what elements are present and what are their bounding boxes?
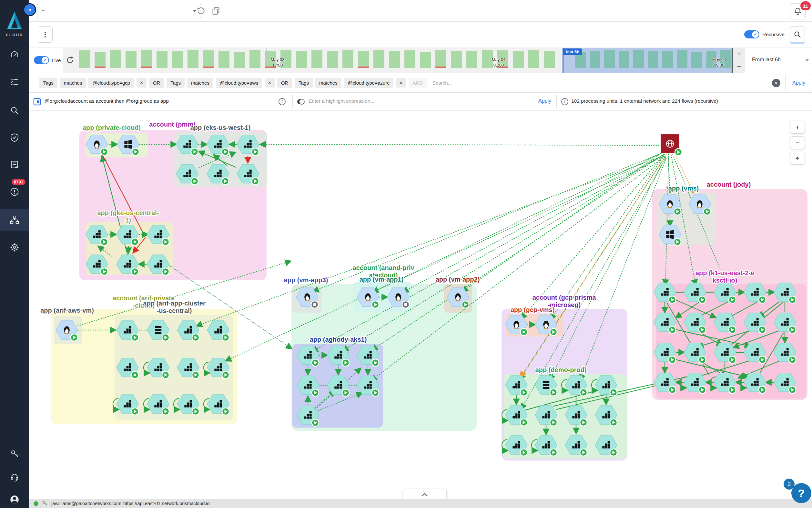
- chevron-up-icon: [421, 493, 428, 497]
- canvas-zoom-in-button[interactable]: +: [790, 121, 805, 134]
- flow-edge: [260, 144, 659, 145]
- group-label-account-jody[interactable]: account (jody): [707, 181, 751, 188]
- group-label-account-gcp-prisma-microseg[interactable]: account (gcp-prisma: [532, 294, 596, 301]
- status-user-email: jawilliams@paloaltonetworks.com: [51, 501, 122, 506]
- prisma-cloud-logo: [6, 11, 23, 31]
- group-label-app-eks-us-west-1[interactable]: app (eks-us-west-1): [190, 124, 251, 131]
- checklist-icon: [10, 78, 19, 87]
- sidebar-expand-button[interactable]: »: [23, 3, 36, 16]
- group-label-app-arif-aws-vm[interactable]: app (arif-aws-vm): [40, 307, 94, 314]
- sidebar-item-policies[interactable]: [0, 78, 29, 87]
- group-label-app-gke-us-central-1[interactable]: 1): [125, 217, 131, 224]
- status-api-url: https://api.east-01.network.prismacloud.…: [123, 501, 210, 506]
- stack-icon: [155, 326, 162, 334]
- sidebar-item-compliance[interactable]: [0, 133, 29, 142]
- network-topology-icon: [10, 215, 19, 225]
- gear-icon: [10, 243, 19, 252]
- group-label-app-k1-us-east-2-e-ksctl-io[interactable]: app (k1-us-east-2-e: [696, 269, 754, 277]
- sidebar-item-settings[interactable]: [0, 243, 29, 252]
- flow-edge: [373, 153, 663, 292]
- sidebar-item-dashboard[interactable]: [0, 50, 29, 59]
- group-label-app-gke-us-central-1[interactable]: app (gke-us-central-: [97, 209, 159, 216]
- group-label-app-demo-prod[interactable]: app (demo-prod): [535, 366, 587, 373]
- brand-name: CLOUD: [0, 33, 29, 37]
- flow-edge: [403, 152, 664, 292]
- canvas-zoom-out-button[interactable]: −: [790, 136, 805, 149]
- help-button[interactable]: ?: [791, 483, 811, 503]
- group-label-app-vm-app1[interactable]: app (vm-app1): [360, 276, 404, 283]
- group-label-app-gcp-vms[interactable]: app (gcp-vms): [511, 306, 555, 313]
- shield-check-icon: [10, 133, 19, 142]
- headset-icon: [10, 473, 19, 482]
- alerts-count-badge: 8791: [12, 179, 26, 185]
- connection-status-icon: [34, 501, 38, 506]
- group-label-account-anand-privatecloud[interactable]: account (anand-priv: [352, 264, 414, 271]
- group-label-app-vms[interactable]: app (vms): [668, 185, 699, 192]
- sidebar-item-alerts[interactable]: [0, 187, 29, 196]
- sidebar-item-profile[interactable]: [0, 495, 29, 504]
- status-bar-content: jawilliams@paloaltonetworks.com https://…: [29, 499, 812, 508]
- alert-circle-icon: [10, 187, 19, 196]
- stack-icon: [543, 381, 550, 389]
- group-label-app-k1-us-east-2-e-ksctl-io[interactable]: ksctl-io): [713, 277, 737, 284]
- search-icon: [10, 106, 19, 115]
- key-icon: [10, 450, 19, 459]
- group-label-app-arif-app-cluster-us-central[interactable]: app (arif-app-cluster: [143, 300, 205, 307]
- prisma-cloud-network-page: account (pmm)account (jody)account (anan…: [0, 0, 812, 508]
- group-label-app-vm-app3[interactable]: app (vm-app3): [284, 277, 328, 284]
- stop-glyph: [404, 303, 407, 306]
- help-notification-badge: 2: [783, 479, 795, 490]
- speedometer-icon: [10, 50, 19, 59]
- sidebar: CLOUD: [0, 0, 29, 508]
- group-label-app-aghody-aks1[interactable]: app (aghody-aks1): [310, 336, 367, 343]
- key-icon: [42, 500, 48, 507]
- group-label-account-pmm[interactable]: account (pmm): [149, 121, 195, 128]
- group-label-app-vm-app2[interactable]: app (vm-app2): [436, 276, 480, 283]
- sidebar-item-access-keys[interactable]: [0, 450, 29, 459]
- sidebar-item-support[interactable]: [0, 473, 29, 482]
- sidebar-item-network[interactable]: [0, 215, 29, 225]
- document-check-icon: [10, 160, 19, 169]
- network-topology-canvas[interactable]: account (pmm)account (jody)account (anan…: [0, 0, 812, 508]
- group-label-app-private-cloud[interactable]: app (private-cloud): [83, 124, 141, 131]
- user-avatar-icon: [10, 495, 19, 504]
- group-label-app-arif-app-cluster-us-central[interactable]: -us-central): [157, 307, 192, 314]
- sidebar-item-investigate[interactable]: [0, 106, 29, 115]
- stop-glyph: [314, 303, 316, 306]
- canvas-fit-button[interactable]: ⌖: [790, 152, 805, 165]
- sidebar-item-reports[interactable]: [0, 160, 29, 169]
